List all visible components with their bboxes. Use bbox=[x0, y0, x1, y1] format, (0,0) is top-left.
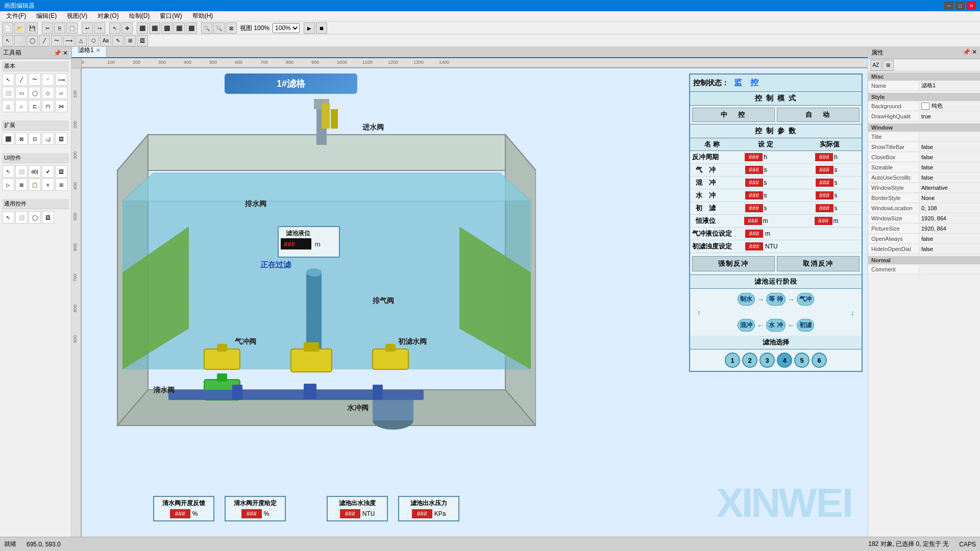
tb2-2[interactable]: ⬜ bbox=[14, 35, 26, 46]
cp-row-4-setunit: s bbox=[764, 205, 767, 212]
tool-rect[interactable]: ⬜ bbox=[2, 87, 14, 99]
tb-zoom-in[interactable]: 🔍 bbox=[201, 22, 212, 34]
tool-shape5[interactable]: ⋈ bbox=[55, 100, 67, 112]
tool-common2[interactable]: ⬜ bbox=[15, 211, 28, 223]
tb2-6[interactable]: ⟿ bbox=[63, 35, 75, 46]
toolbox-pin[interactable]: 📌 ✕ bbox=[54, 49, 68, 57]
tb-align-right[interactable]: ⬛ bbox=[161, 22, 173, 34]
tb-fit[interactable]: ⊠ bbox=[226, 22, 237, 34]
props-drawquality-value: true bbox=[919, 112, 980, 120]
tb2-1[interactable]: ↖ bbox=[2, 35, 13, 46]
tab-close-icon[interactable]: ✕ bbox=[96, 47, 100, 53]
tb-cut[interactable]: ✂ bbox=[42, 22, 53, 34]
menu-window[interactable]: 窗口(W) bbox=[156, 11, 186, 21]
tool-ui7[interactable]: ⊠ bbox=[15, 179, 28, 191]
cp-auto-btn[interactable]: 自 动 bbox=[777, 108, 860, 122]
menu-edit[interactable]: 编辑(E) bbox=[32, 11, 61, 21]
menu-object[interactable]: 对象(O) bbox=[93, 11, 122, 21]
tool-ext1[interactable]: ⬛ bbox=[2, 133, 14, 145]
cp-filter-6[interactable]: 6 bbox=[812, 353, 827, 368]
cp-filter-2[interactable]: 2 bbox=[742, 353, 757, 368]
tool-shape2[interactable]: ⌂ bbox=[15, 100, 28, 112]
tool-ellipse[interactable]: ◯ bbox=[29, 87, 41, 99]
tool-ext2[interactable]: ⊠ bbox=[15, 133, 28, 145]
tool-pointer[interactable]: ↖ bbox=[2, 73, 14, 86]
tb2-8[interactable]: ⬡ bbox=[88, 35, 99, 46]
props-pin[interactable]: 📌 ✕ bbox=[963, 48, 977, 57]
tool-diamond[interactable]: ◇ bbox=[42, 87, 54, 99]
cp-row-0-setunit: h bbox=[764, 154, 767, 161]
tool-common1[interactable]: ↖ bbox=[2, 211, 14, 223]
tb-move[interactable]: ✥ bbox=[121, 22, 133, 34]
tool-ui3[interactable]: ab| bbox=[29, 165, 41, 178]
tool-parallelogram[interactable]: ▱ bbox=[55, 87, 67, 99]
props-drawquality-label: DrawHighQualit bbox=[868, 112, 919, 120]
tool-poly[interactable]: ⟿ bbox=[55, 73, 67, 86]
tb2-4[interactable]: ╱ bbox=[39, 35, 50, 46]
tool-rounded-rect[interactable]: ▭ bbox=[15, 87, 28, 99]
tb-align-center[interactable]: ⬛ bbox=[149, 22, 160, 34]
tool-arc[interactable]: ◜ bbox=[42, 73, 54, 86]
cp-filter-3[interactable]: 3 bbox=[760, 353, 775, 368]
menu-view[interactable]: 视图(V) bbox=[63, 11, 91, 21]
tb2-11[interactable]: ⊞ bbox=[125, 35, 136, 46]
tb-run[interactable]: ▶ bbox=[304, 22, 315, 34]
tb2-5[interactable]: 〜 bbox=[51, 35, 62, 46]
tb-new[interactable]: 📄 bbox=[2, 22, 13, 34]
tool-curve[interactable]: 〜 bbox=[29, 73, 41, 86]
cp-cancel-backwash-btn[interactable]: 取消反冲 bbox=[777, 256, 860, 271]
tb-align-top[interactable]: ⬛ bbox=[174, 22, 185, 34]
cp-filter-1[interactable]: 1 bbox=[725, 353, 740, 368]
tb2-12[interactable]: 🖼 bbox=[137, 35, 148, 46]
tool-common4[interactable]: 🖼 bbox=[42, 211, 54, 223]
cp-filter-4[interactable]: 4 bbox=[777, 353, 792, 368]
tb-paste[interactable]: 📋 bbox=[66, 22, 78, 34]
cp-filter-5[interactable]: 5 bbox=[794, 353, 810, 368]
tool-ui6[interactable]: ▷ bbox=[2, 179, 14, 191]
menu-help[interactable]: 帮助(H) bbox=[188, 11, 217, 21]
tb2-10[interactable]: ✎ bbox=[112, 35, 124, 46]
tb2-7[interactable]: △ bbox=[76, 35, 87, 46]
tb2-3[interactable]: ◯ bbox=[27, 35, 38, 46]
maximize-button[interactable]: □ bbox=[955, 2, 965, 10]
tb-stop[interactable]: ⏹ bbox=[316, 22, 327, 34]
tb-zoom-out[interactable]: 🔍 bbox=[213, 22, 225, 34]
tb-undo[interactable]: ↩ bbox=[82, 22, 93, 34]
props-sort-cat[interactable]: ⊞ bbox=[883, 60, 894, 71]
tool-ui10[interactable]: ⊞ bbox=[55, 179, 67, 191]
tool-ui8[interactable]: 📋 bbox=[29, 179, 41, 191]
cp-row-2-actunit: s bbox=[835, 179, 838, 186]
cp-force-backwash-btn[interactable]: 强制反冲 bbox=[692, 256, 775, 271]
tool-triangle[interactable]: △ bbox=[2, 100, 14, 112]
tool-ext3[interactable]: ⊡ bbox=[29, 133, 41, 145]
tab-filter1[interactable]: 滤格1 ✕ bbox=[71, 47, 107, 57]
tb-open[interactable]: 📂 bbox=[14, 22, 26, 34]
close-button[interactable]: ✕ bbox=[967, 2, 976, 10]
zoom-dropdown[interactable]: 100% 75% 50% 150% bbox=[273, 23, 300, 33]
status-left: 就绪 bbox=[4, 540, 16, 548]
menu-draw[interactable]: 绘制(D) bbox=[125, 11, 154, 21]
tool-ui9[interactable]: ≡ bbox=[42, 179, 54, 191]
stage-air: 气冲 bbox=[797, 293, 814, 306]
tb-align-left[interactable]: ⬛ bbox=[137, 22, 148, 34]
tb-save[interactable]: 💾 bbox=[27, 22, 38, 34]
menu-file[interactable]: 文件(F) bbox=[2, 11, 30, 21]
tb2-9[interactable]: Aa bbox=[100, 35, 111, 46]
cp-manual-btn[interactable]: 中 控 bbox=[692, 108, 775, 122]
tool-ext4[interactable]: 📊 bbox=[42, 133, 54, 145]
props-sort-az[interactable]: AZ bbox=[870, 60, 881, 71]
tb-copy[interactable]: ⎘ bbox=[54, 22, 65, 34]
tool-ui5[interactable]: 🖼 bbox=[55, 165, 67, 178]
tool-shape3[interactable]: ⊏ bbox=[29, 100, 41, 112]
minimize-button[interactable]: ─ bbox=[944, 2, 953, 10]
tool-line[interactable]: ╱ bbox=[15, 73, 28, 86]
tool-ui1[interactable]: ↖ bbox=[2, 165, 14, 178]
tool-ext5[interactable]: 🖼 bbox=[55, 133, 67, 145]
tool-ui4[interactable]: ✔ bbox=[42, 165, 54, 178]
tool-common3[interactable]: ◯ bbox=[29, 211, 41, 223]
tb-align-bottom[interactable]: ⬛ bbox=[186, 22, 197, 34]
tb-redo[interactable]: ↪ bbox=[94, 22, 105, 34]
tool-shape4[interactable]: ⊓ bbox=[42, 100, 54, 112]
tool-ui2[interactable]: ⬜ bbox=[15, 165, 28, 178]
tb-select[interactable]: ↖ bbox=[109, 22, 120, 34]
